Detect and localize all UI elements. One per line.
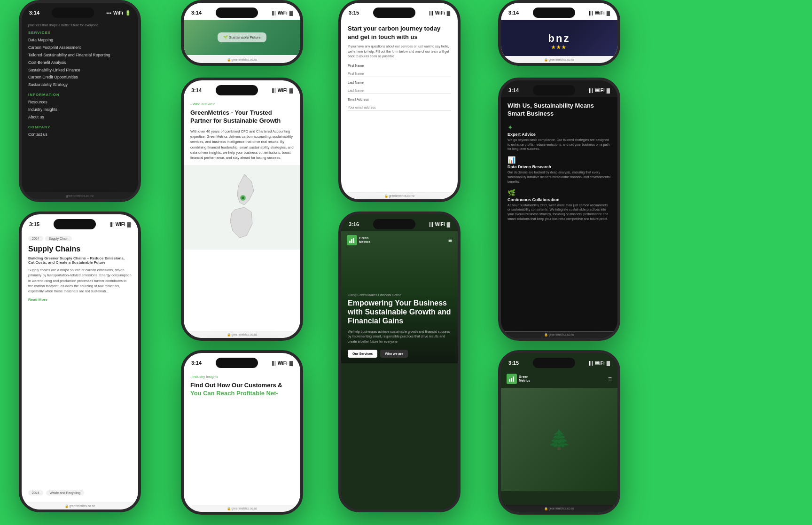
status-bar-5: 3:14 ||| WiFi ▓ [501,3,617,20]
bnz-logo: bnz ★★★ [548,32,570,50]
smart-business-section: With Us, Sustainability Means Smart Busi… [501,97,617,338]
contact-form-section: Start your carbon journey today and get … [341,20,458,119]
status-icons-2: ||| WiFi ▓ [272,10,293,16]
status-icons-5: ||| WiFi ▓ [589,10,610,16]
footer-bar-3: 🔒 greenmetrics.co.nz [184,331,300,338]
dynamic-island-4 [373,8,415,18]
time-3: 3:14 [191,87,202,93]
br-hamburger-icon[interactable]: ≡ [608,375,612,383]
logo-text: Green Metrics [359,236,371,243]
data-driven-title: Data Driven Research [508,165,611,169]
status-bar-7: 3:15 ||| WiFi ▓ [22,214,138,231]
hero-buttons-row: Our Services Who we are [348,350,451,358]
last-name-input[interactable] [348,87,451,94]
insights-tag: - Industry Insights [190,375,294,379]
nav-carbon-credit[interactable]: Carbon Credit Opportunities [28,74,132,81]
nav-about[interactable]: About us [28,114,132,121]
supply-chain-section: 2024 Supply Chain Supply Chains Building… [22,231,138,306]
footer-bar-6: 🔒 greenmetrics.co.nz [501,331,617,338]
email-field: Email Address [348,98,451,115]
data-driven-desc: Our decisions are backed by deep analysi… [508,170,611,184]
hero-body: We help businesses achieve sustainable g… [348,329,451,345]
svg-rect-7 [513,376,514,382]
nav-data-mapping[interactable]: Data Mapping [28,37,132,44]
insights-heading-text: Find Out How Our Customers & [190,382,282,389]
feature-data-driven: 📊 Data Driven Research Our decisions are… [508,156,611,184]
nav-content: practices that shape a better future for… [22,20,138,142]
our-services-button[interactable]: Our Services [348,350,377,358]
time-5: 3:14 [508,10,519,16]
nav-carbon-footprint[interactable]: Carbon Footprint Assessment [28,44,132,52]
time-9: 3:16 [349,221,359,227]
status-icons-3: ||| WiFi ▓ [272,88,293,93]
first-name-label: First Name [348,64,451,67]
status-bar-2: 3:14 ||| WiFi ▓ [184,3,300,20]
status-icons-8: ||| WiFi ▓ [272,360,293,366]
contact-body: If you have any questions about our serv… [348,44,451,59]
first-name-input[interactable] [348,71,451,77]
status-icons-10: ||| WiFi ▓ [589,360,610,366]
bnz-stars: ★★★ [548,45,570,50]
logo-name-line2: Metrics [359,240,371,244]
nav-resources[interactable]: Resources [28,99,132,106]
logo-icon [347,235,357,245]
collaboration-icon: 🌿 [508,189,611,196]
phone-bottom-right: 3:15 ||| WiFi ▓ Green Metrics [498,350,620,515]
svg-rect-6 [511,378,512,382]
nav-sustainability-reporting[interactable]: Tailored Sustainability and Financial Re… [28,52,132,59]
waste-recycling-tag: Waste and Recycling [46,490,85,495]
dynamic-island-5 [533,8,575,18]
wifi-icon: WiFi [113,10,123,16]
dynamic-island-9 [373,219,415,229]
time-4: 3:15 [349,10,359,16]
hero-content-area: Going Green Makes Financial Sense Empowe… [341,288,458,363]
supply-chain-tag: Supply Chain [45,236,72,241]
battery-icon-2: ▓ [289,10,293,16]
last-name-field: Last Name [348,81,451,98]
br-logo-svg [508,376,515,382]
svg-rect-2 [349,241,351,243]
expert-advice-title: Expert Advice [508,132,611,137]
feature-expert-advice: ✦ Expert Advice We go beyond basic compl… [508,124,611,151]
phone-who-are-we: 3:14 ||| WiFi ▓ - Who are we? GreenMetri… [181,78,303,341]
status-bar-9: 3:16 ||| WiFi ▓ [341,214,458,231]
first-name-field: First Name [348,64,451,81]
who-are-we-heading: GreenMetrics - Your Trusted Partner for … [190,109,294,125]
who-we-are-button[interactable]: Who we are [380,350,408,358]
dynamic-island-2 [216,8,258,18]
time-1: 3:14 [29,10,39,16]
top-image-area: 🌱 Sustainable Future [184,20,300,55]
nz-map-svg [219,170,265,245]
read-more-link[interactable]: Read More [28,298,132,302]
year-tag: 2024 [28,236,43,241]
hamburger-icon[interactable]: ≡ [448,236,452,244]
nav-industry-insights[interactable]: Industry Insights [28,106,132,114]
footer-year-tag: 2024 [28,490,43,495]
nav-strategy[interactable]: Sustainability Strategy [28,81,132,89]
footer-bar-7: 🔒 greenmetrics.co.nz [22,502,138,509]
hero-nav-bar: Green Metrics ≡ [347,235,452,245]
email-input[interactable] [348,104,451,111]
time-8: 3:14 [191,360,202,366]
footer-bar-2: 🔒 greenmetrics.co.nz [184,56,300,63]
phone-bnz: 3:14 ||| WiFi ▓ bnz ★★★ 🔒 greenmetrics.c… [498,0,620,66]
nav-cost-benefit[interactable]: Cost-Benefit Analysis [28,59,132,67]
nav-linked-finance[interactable]: Sustainability-Linked Finance [28,67,132,74]
expert-advice-desc: We go beyond basic compliance. Our tailo… [508,138,611,151]
battery-icon: 🔋 [125,10,131,16]
nz-map-section [184,165,300,250]
phone-nav-menu: 3:14 ▪▪▪ WiFi 🔋 practices that shape a b… [19,0,141,202]
bnz-text: bnz [548,32,570,45]
expert-advice-icon: ✦ [508,124,611,131]
svg-rect-4 [353,238,354,243]
phone-insights: 3:14 ||| WiFi ▓ - Industry Insights Find… [181,350,303,515]
nav-contact[interactable]: Contact us [28,131,132,139]
status-bar-1: 3:14 ▪▪▪ WiFi 🔋 [22,3,138,20]
phone-smart-business: 3:14 ||| WiFi ▓ With Us, Sustainability … [498,78,620,341]
smart-business-heading: With Us, Sustainability Means Smart Busi… [508,102,611,118]
information-section-title: INFORMATION [28,93,132,97]
signal-icon-2: ||| [272,10,275,16]
dynamic-island-6 [533,85,575,95]
dynamic-island-8 [216,358,258,368]
status-icons-4: ||| WiFi ▓ [429,10,450,16]
